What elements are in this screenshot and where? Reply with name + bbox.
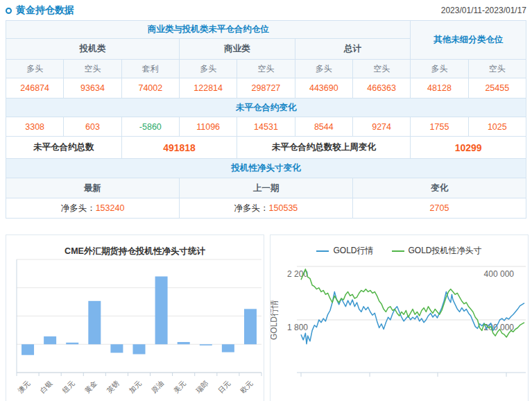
positions-table: 商业类与投机类未平仓合约仓位 其他未细分类仓位 投机类 商业类 总计 多头 空头… bbox=[6, 20, 526, 219]
svg-text:白银: 白银 bbox=[39, 379, 54, 395]
net-latest-label: 净多头： bbox=[61, 203, 96, 213]
net-header-change: 变化 bbox=[352, 178, 526, 198]
column-header: 空头 bbox=[64, 60, 121, 78]
legend-item-net-position[interactable]: GOLD投机性净头寸 bbox=[392, 245, 482, 257]
position-value: 298727 bbox=[237, 78, 295, 99]
group-header-cell: 商业类与投机类未平仓合约仓位 bbox=[6, 21, 411, 39]
column-header: 多头 bbox=[295, 60, 352, 78]
change-value: -5860 bbox=[121, 117, 179, 137]
bar-chart-title: CME外汇期货持仓投机性净头寸统计 bbox=[6, 245, 264, 257]
svg-text:欧元: 欧元 bbox=[239, 379, 254, 395]
svg-text:1 800: 1 800 bbox=[287, 323, 308, 332]
other-header-cell: 其他未细分类仓位 bbox=[411, 21, 526, 60]
column-header: 多头 bbox=[411, 60, 468, 78]
position-value: 74002 bbox=[121, 78, 179, 99]
svg-text:400 000: 400 000 bbox=[484, 269, 515, 279]
svg-text:GOLD行情: GOLD行情 bbox=[271, 300, 279, 340]
change-value: 8544 bbox=[295, 117, 352, 137]
net-latest-cell: 净多头：153240 bbox=[6, 198, 180, 219]
table-row: 未平仓合约总数 491818 未平仓合约总数较上周变化 10299 bbox=[6, 137, 526, 159]
column-header: 空头 bbox=[237, 60, 295, 78]
net-previous-label: 净多头： bbox=[234, 203, 269, 213]
table-row: 246874 93634 74002 122814 298727 443690 … bbox=[6, 78, 526, 99]
position-value: 48128 bbox=[411, 78, 468, 99]
change-value: 1025 bbox=[468, 117, 526, 137]
change-value: 14531 bbox=[237, 117, 295, 137]
svg-text:瑞郎: 瑞郎 bbox=[194, 379, 209, 395]
table-row: 投机性净头寸变化 bbox=[6, 159, 526, 178]
subgroup-commercial: 商业类 bbox=[179, 39, 295, 60]
net-band-header: 投机性净头寸变化 bbox=[6, 159, 526, 178]
column-header: 套利 bbox=[121, 60, 179, 78]
total-change-value: 10299 bbox=[411, 137, 526, 159]
svg-text:英镑: 英镑 bbox=[105, 379, 121, 395]
cme-net-positions-bar-chart[interactable]: 澳元白银纽元黄金英镑加元原油美元瑞郎日元欧元 bbox=[6, 257, 264, 399]
change-value: 3308 bbox=[6, 117, 64, 137]
gold-price-net-position-line-chart[interactable]: 2 2001 800400 000200 000GOLD行情 bbox=[271, 257, 528, 399]
net-header-latest: 最新 bbox=[6, 178, 180, 198]
total-change-label: 未平仓合约总数较上周变化 bbox=[237, 137, 411, 159]
column-header: 多头 bbox=[179, 60, 237, 78]
change-value: 11096 bbox=[179, 117, 237, 137]
position-value: 466363 bbox=[352, 78, 410, 99]
subgroup-total: 总计 bbox=[295, 39, 411, 60]
net-latest-value: 153240 bbox=[96, 203, 125, 213]
net-previous-value: 150535 bbox=[269, 203, 298, 213]
table-row: 最新 上一期 变化 bbox=[6, 178, 526, 198]
page-header: 黄金持仓数据 2023/01/11-2023/01/17 bbox=[0, 0, 532, 18]
position-value: 443690 bbox=[295, 78, 352, 99]
svg-text:黄金: 黄金 bbox=[83, 379, 98, 395]
charts-area: CME外汇期货持仓投机性净头寸统计 澳元白银纽元黄金英镑加元原油美元瑞郎日元欧元… bbox=[6, 234, 529, 401]
total-open-interest-label: 未平仓合约总数 bbox=[6, 137, 122, 159]
legend-label-net-position: GOLD投机性净头寸 bbox=[409, 245, 482, 257]
position-value: 93634 bbox=[64, 78, 121, 99]
subgroup-speculative: 投机类 bbox=[6, 39, 180, 60]
table-row: 未平仓合约变化 bbox=[6, 99, 526, 117]
net-change-value: 2705 bbox=[352, 198, 526, 219]
legend-line-swatch-green bbox=[392, 250, 404, 252]
svg-text:纽元: 纽元 bbox=[61, 379, 76, 395]
total-open-interest-value: 491818 bbox=[121, 137, 237, 159]
svg-text:加元: 加元 bbox=[128, 379, 143, 395]
svg-text:澳元: 澳元 bbox=[17, 379, 32, 395]
change-value: 9274 bbox=[352, 117, 410, 137]
table-row: 净多头：153240 净多头：150535 2705 bbox=[6, 198, 526, 219]
net-previous-cell: 净多头：150535 bbox=[179, 198, 352, 219]
position-value: 25455 bbox=[468, 78, 526, 99]
line-chart-card: GOLD行情 GOLD投机性净头寸 2 2001 800400 000200 0… bbox=[270, 234, 529, 401]
table-row: 多头 空头 套利 多头 空头 多头 空头 多头 空头 bbox=[6, 60, 526, 78]
bullet-circle-icon bbox=[6, 8, 12, 14]
chart-legend: GOLD行情 GOLD投机性净头寸 bbox=[271, 244, 528, 257]
legend-item-gold-price[interactable]: GOLD行情 bbox=[316, 245, 373, 257]
column-header: 空头 bbox=[468, 60, 526, 78]
change-value: 1755 bbox=[411, 117, 468, 137]
change-value: 603 bbox=[64, 117, 121, 137]
table-row: 商业类与投机类未平仓合约仓位 其他未细分类仓位 bbox=[6, 21, 526, 39]
legend-line-swatch-blue bbox=[316, 250, 329, 252]
position-value: 246874 bbox=[6, 78, 64, 99]
page-title: 黄金持仓数据 bbox=[16, 4, 74, 17]
change-band-header: 未平仓合约变化 bbox=[6, 99, 526, 117]
table-row: 3308 603 -5860 11096 14531 8544 9274 175… bbox=[6, 117, 526, 137]
bar-chart-card: CME外汇期货持仓投机性净头寸统计 澳元白银纽元黄金英镑加元原油美元瑞郎日元欧元 bbox=[6, 234, 264, 401]
position-value: 122814 bbox=[179, 78, 237, 99]
legend-label-gold-price: GOLD行情 bbox=[333, 245, 373, 257]
net-header-previous: 上一期 bbox=[179, 178, 352, 198]
svg-text:原油: 原油 bbox=[150, 379, 165, 395]
column-header: 多头 bbox=[6, 60, 64, 78]
svg-text:美元: 美元 bbox=[172, 379, 187, 395]
column-header: 空头 bbox=[352, 60, 410, 78]
svg-text:日元: 日元 bbox=[216, 379, 232, 395]
date-range: 2023/01/11-2023/01/17 bbox=[441, 6, 526, 15]
